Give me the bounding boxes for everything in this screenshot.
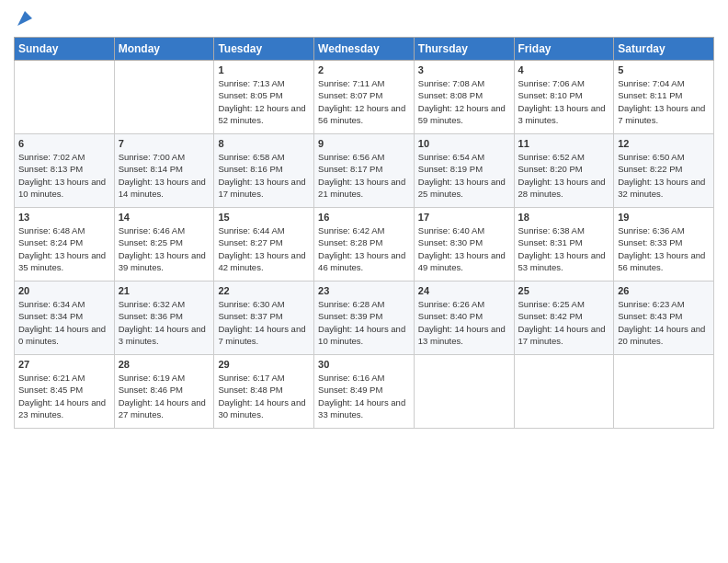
day-cell: 3Sunrise: 7:08 AMSunset: 8:08 PMDaylight… xyxy=(414,61,514,134)
day-number: 10 xyxy=(418,138,510,149)
day-info: Sunrise: 6:44 AMSunset: 8:27 PMDaylight:… xyxy=(218,224,310,273)
col-header-sunday: Sunday xyxy=(15,38,115,61)
day-cell: 29Sunrise: 6:17 AMSunset: 8:48 PMDayligh… xyxy=(214,355,314,429)
day-number: 29 xyxy=(218,359,310,370)
svg-marker-0 xyxy=(17,11,32,26)
col-header-wednesday: Wednesday xyxy=(314,38,415,61)
col-header-thursday: Thursday xyxy=(414,38,514,61)
day-cell xyxy=(414,355,514,429)
day-cell: 15Sunrise: 6:44 AMSunset: 8:27 PMDayligh… xyxy=(214,208,314,282)
day-number: 12 xyxy=(618,138,710,149)
day-info: Sunrise: 6:50 AMSunset: 8:22 PMDaylight:… xyxy=(618,151,710,200)
day-cell: 11Sunrise: 6:52 AMSunset: 8:20 PMDayligh… xyxy=(514,134,614,208)
day-cell xyxy=(514,355,614,429)
day-info: Sunrise: 6:17 AMSunset: 8:48 PMDaylight:… xyxy=(218,372,310,420)
day-cell: 1Sunrise: 7:13 AMSunset: 8:05 PMDaylight… xyxy=(214,61,314,134)
day-cell: 7Sunrise: 7:00 AMSunset: 8:14 PMDaylight… xyxy=(114,134,214,208)
day-cell: 18Sunrise: 6:38 AMSunset: 8:31 PMDayligh… xyxy=(514,208,614,282)
calendar-table: SundayMondayTuesdayWednesdayThursdayFrid… xyxy=(14,37,714,429)
day-number: 21 xyxy=(119,285,210,296)
day-number: 15 xyxy=(218,212,310,223)
week-row-3: 13Sunrise: 6:48 AMSunset: 8:24 PMDayligh… xyxy=(15,208,714,282)
day-info: Sunrise: 6:54 AMSunset: 8:19 PMDaylight:… xyxy=(418,151,510,200)
day-cell: 22Sunrise: 6:30 AMSunset: 8:37 PMDayligh… xyxy=(214,282,314,355)
day-cell xyxy=(614,355,714,429)
day-info: Sunrise: 7:06 AMSunset: 8:10 PMDaylight:… xyxy=(518,77,610,126)
day-cell: 25Sunrise: 6:25 AMSunset: 8:42 PMDayligh… xyxy=(514,282,614,355)
day-info: Sunrise: 6:56 AMSunset: 8:17 PMDaylight:… xyxy=(318,151,410,200)
day-info: Sunrise: 6:32 AMSunset: 8:36 PMDaylight:… xyxy=(119,298,210,347)
week-row-1: 1Sunrise: 7:13 AMSunset: 8:05 PMDaylight… xyxy=(15,61,714,134)
day-info: Sunrise: 7:13 AMSunset: 8:05 PMDaylight:… xyxy=(218,77,310,126)
day-info: Sunrise: 6:30 AMSunset: 8:37 PMDaylight:… xyxy=(218,298,310,347)
day-info: Sunrise: 6:23 AMSunset: 8:43 PMDaylight:… xyxy=(618,298,710,347)
logo-icon xyxy=(16,9,34,28)
day-info: Sunrise: 6:21 AMSunset: 8:45 PMDaylight:… xyxy=(18,372,110,420)
calendar-header-row: SundayMondayTuesdayWednesdayThursdayFrid… xyxy=(15,38,714,61)
day-info: Sunrise: 6:38 AMSunset: 8:31 PMDaylight:… xyxy=(518,224,610,273)
day-cell xyxy=(15,61,115,134)
day-info: Sunrise: 6:28 AMSunset: 8:39 PMDaylight:… xyxy=(318,298,410,347)
day-info: Sunrise: 6:40 AMSunset: 8:30 PMDaylight:… xyxy=(418,224,510,273)
day-info: Sunrise: 7:04 AMSunset: 8:11 PMDaylight:… xyxy=(618,77,710,126)
day-cell: 23Sunrise: 6:28 AMSunset: 8:39 PMDayligh… xyxy=(314,282,415,355)
day-number: 11 xyxy=(518,138,610,149)
day-info: Sunrise: 6:19 AMSunset: 8:46 PMDaylight:… xyxy=(119,372,210,420)
day-info: Sunrise: 6:26 AMSunset: 8:40 PMDaylight:… xyxy=(418,298,510,347)
day-number: 25 xyxy=(518,285,610,296)
day-cell: 30Sunrise: 6:16 AMSunset: 8:49 PMDayligh… xyxy=(314,355,415,429)
day-cell: 12Sunrise: 6:50 AMSunset: 8:22 PMDayligh… xyxy=(614,134,714,208)
day-number: 24 xyxy=(418,285,510,296)
day-number: 16 xyxy=(318,212,410,223)
day-number: 8 xyxy=(218,138,310,149)
day-cell: 19Sunrise: 6:36 AMSunset: 8:33 PMDayligh… xyxy=(614,208,714,282)
day-info: Sunrise: 7:00 AMSunset: 8:14 PMDaylight:… xyxy=(119,151,210,200)
day-info: Sunrise: 6:42 AMSunset: 8:28 PMDaylight:… xyxy=(318,224,410,273)
day-cell: 9Sunrise: 6:56 AMSunset: 8:17 PMDaylight… xyxy=(314,134,415,208)
day-number: 2 xyxy=(318,64,410,75)
day-number: 22 xyxy=(218,285,310,296)
day-cell: 16Sunrise: 6:42 AMSunset: 8:28 PMDayligh… xyxy=(314,208,415,282)
day-number: 3 xyxy=(418,64,510,75)
day-number: 14 xyxy=(119,212,210,223)
day-cell: 8Sunrise: 6:58 AMSunset: 8:16 PMDaylight… xyxy=(214,134,314,208)
day-info: Sunrise: 6:36 AMSunset: 8:33 PMDaylight:… xyxy=(618,224,710,273)
day-cell: 27Sunrise: 6:21 AMSunset: 8:45 PMDayligh… xyxy=(15,355,115,429)
day-cell: 14Sunrise: 6:46 AMSunset: 8:25 PMDayligh… xyxy=(114,208,214,282)
day-cell: 6Sunrise: 7:02 AMSunset: 8:13 PMDaylight… xyxy=(15,134,115,208)
day-number: 13 xyxy=(18,212,110,223)
day-info: Sunrise: 6:34 AMSunset: 8:34 PMDaylight:… xyxy=(18,298,110,347)
day-number: 19 xyxy=(618,212,710,223)
day-number: 7 xyxy=(119,138,210,149)
day-cell xyxy=(114,61,214,134)
day-cell: 26Sunrise: 6:23 AMSunset: 8:43 PMDayligh… xyxy=(614,282,714,355)
header xyxy=(14,9,714,29)
day-info: Sunrise: 7:02 AMSunset: 8:13 PMDaylight:… xyxy=(18,151,110,200)
day-info: Sunrise: 6:25 AMSunset: 8:42 PMDaylight:… xyxy=(518,298,610,347)
day-number: 23 xyxy=(318,285,410,296)
logo xyxy=(14,9,34,29)
day-number: 27 xyxy=(18,359,110,370)
day-cell: 21Sunrise: 6:32 AMSunset: 8:36 PMDayligh… xyxy=(114,282,214,355)
day-cell: 24Sunrise: 6:26 AMSunset: 8:40 PMDayligh… xyxy=(414,282,514,355)
day-cell: 20Sunrise: 6:34 AMSunset: 8:34 PMDayligh… xyxy=(15,282,115,355)
day-info: Sunrise: 6:46 AMSunset: 8:25 PMDaylight:… xyxy=(119,224,210,273)
day-number: 18 xyxy=(518,212,610,223)
day-cell: 28Sunrise: 6:19 AMSunset: 8:46 PMDayligh… xyxy=(114,355,214,429)
day-cell: 17Sunrise: 6:40 AMSunset: 8:30 PMDayligh… xyxy=(414,208,514,282)
day-number: 9 xyxy=(318,138,410,149)
week-row-4: 20Sunrise: 6:34 AMSunset: 8:34 PMDayligh… xyxy=(15,282,714,355)
day-info: Sunrise: 6:52 AMSunset: 8:20 PMDaylight:… xyxy=(518,151,610,200)
day-number: 4 xyxy=(518,64,610,75)
col-header-saturday: Saturday xyxy=(614,38,714,61)
week-row-5: 27Sunrise: 6:21 AMSunset: 8:45 PMDayligh… xyxy=(15,355,714,429)
day-number: 28 xyxy=(119,359,210,370)
week-row-2: 6Sunrise: 7:02 AMSunset: 8:13 PMDaylight… xyxy=(15,134,714,208)
day-info: Sunrise: 6:16 AMSunset: 8:49 PMDaylight:… xyxy=(318,372,410,420)
page: SundayMondayTuesdayWednesdayThursdayFrid… xyxy=(0,0,728,563)
day-cell: 13Sunrise: 6:48 AMSunset: 8:24 PMDayligh… xyxy=(15,208,115,282)
day-info: Sunrise: 7:11 AMSunset: 8:07 PMDaylight:… xyxy=(318,77,410,126)
day-cell: 5Sunrise: 7:04 AMSunset: 8:11 PMDaylight… xyxy=(614,61,714,134)
day-info: Sunrise: 7:08 AMSunset: 8:08 PMDaylight:… xyxy=(418,77,510,126)
day-cell: 10Sunrise: 6:54 AMSunset: 8:19 PMDayligh… xyxy=(414,134,514,208)
